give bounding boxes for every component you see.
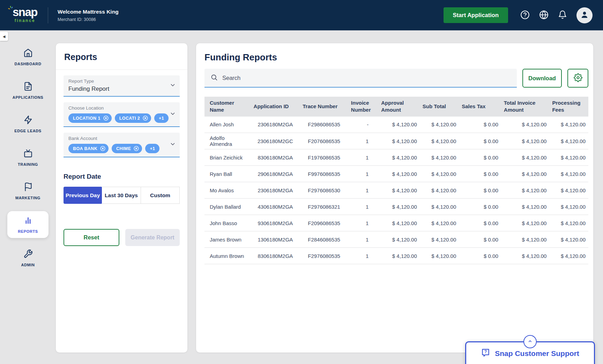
sidebar-item-marketing[interactable]: MARKETING <box>7 178 49 205</box>
circle-x-icon <box>133 146 139 151</box>
flag-icon <box>23 182 33 193</box>
column-header-application-id: Application ID <box>251 97 300 117</box>
table-cell: $ 4,120.00 <box>549 215 588 231</box>
table-cell: $ 4,120.00 <box>378 231 420 248</box>
notifications-button[interactable] <box>558 10 567 20</box>
column-header-approval-amount: Approval Amount <box>378 97 420 117</box>
table-cell: 8306180M2GA <box>251 149 300 166</box>
location-chip[interactable]: LOCATI 2 <box>115 113 151 123</box>
report-type-select[interactable]: Report Type Funding Report <box>64 75 180 97</box>
sidebar-item-reports[interactable]: REPORTS <box>7 211 49 238</box>
table-cell: 2906180M2GA <box>251 166 300 182</box>
sidebar-item-admin[interactable]: ADMIN <box>7 245 49 272</box>
sidebar-item-edge-leads[interactable]: EDGE LEADS <box>7 111 49 138</box>
table-row: Adolfo Almendra2306180M2GCF20760865351$ … <box>204 133 588 149</box>
chip-remove-button[interactable] <box>142 115 148 121</box>
table-cell: 1 <box>348 182 378 199</box>
sidebar-item-applications[interactable]: APPLICATIONS <box>7 77 49 104</box>
table-cell: $ 4,120.00 <box>501 149 550 166</box>
reset-button[interactable]: Reset <box>64 229 119 246</box>
table-cell: $ 4,120.00 <box>420 199 459 215</box>
customer-support-widget[interactable]: ? Snap Customer Support <box>465 341 595 364</box>
table-cell: Ryan Ball <box>204 166 251 182</box>
svg-text:?: ? <box>484 349 487 354</box>
chip-remove-button[interactable] <box>133 146 139 151</box>
location-overflow-badge[interactable]: +1 <box>154 113 169 123</box>
language-button[interactable] <box>539 10 549 20</box>
support-expand-button[interactable] <box>523 335 537 348</box>
table-cell: $ 4,120.00 <box>549 182 588 199</box>
chip-remove-button[interactable] <box>100 146 106 151</box>
sidebar-item-label: DASHBOARD <box>15 62 42 66</box>
table-cell: $ 4,120.00 <box>378 117 420 133</box>
circle-x-icon <box>142 115 148 121</box>
report-type-value: Funding Report <box>68 86 167 92</box>
table-cell: James Brown <box>204 231 251 248</box>
choose-location-select[interactable]: Choose Location LOCATION 1 LOCATI 2 <box>64 102 180 127</box>
bank-account-select[interactable]: Bank Account BOA BANK CHIME <box>64 133 180 157</box>
download-button[interactable]: Download <box>522 69 562 88</box>
table-cell: $ 4,120.00 <box>549 117 588 133</box>
tv-icon <box>23 149 33 159</box>
location-chip[interactable]: LOCATION 1 <box>68 113 112 123</box>
lightning-icon <box>23 115 33 126</box>
panel-title: Reports <box>56 43 187 69</box>
table-cell: $ 0.00 <box>459 248 501 264</box>
table-cell: $ 4,120.00 <box>549 149 588 166</box>
table-cell: $ 4,120.00 <box>378 199 420 215</box>
help-button[interactable] <box>520 10 530 20</box>
search-input[interactable] <box>222 75 511 81</box>
table-cell: 1 <box>348 248 378 264</box>
table-cell: 1 <box>348 166 378 182</box>
bank-chip[interactable]: CHIME <box>112 144 142 153</box>
welcome-title: Welcome Mattress King <box>58 9 119 15</box>
table-cell: $ 4,120.00 <box>420 248 459 264</box>
table-cell: $ 4,120.00 <box>420 117 459 133</box>
column-header-invoice-number: Invoice Number <box>348 97 378 117</box>
table-cell: $ 0.00 <box>459 133 501 149</box>
search-icon <box>210 74 218 82</box>
chevron-up-icon <box>527 339 533 345</box>
table-cell: $ 0.00 <box>459 231 501 248</box>
start-application-button[interactable]: Start Application <box>444 7 508 23</box>
table-cell: 2306180M2GA <box>251 182 300 199</box>
wrench-icon <box>23 249 33 260</box>
table-row: James Brown1306180M2GAF28460865351$ 4,12… <box>204 231 588 248</box>
table-cell: $ 4,120.00 <box>549 248 588 264</box>
date-option-last-30-days[interactable]: Last 30 Days <box>102 187 141 204</box>
table-row: Ryan Ball2906180M2GAF99760865351$ 4,120.… <box>204 166 588 182</box>
table-cell: $ 4,120.00 <box>501 182 550 199</box>
sidebar-collapse-button[interactable]: ◀ <box>0 32 8 41</box>
table-cell: 1 <box>348 199 378 215</box>
table-cell: John Basso <box>204 215 251 231</box>
date-option-previous-day[interactable]: Previous Day <box>64 187 102 204</box>
table-cell: Adolfo Almendra <box>204 133 251 149</box>
table-cell: F1976086535 <box>300 149 348 166</box>
table-row: Brian Zeichick8306180M2GAF19760865351$ 4… <box>204 149 588 166</box>
table-cell: Autumn Brown <box>204 248 251 264</box>
bank-chip[interactable]: BOA BANK <box>68 144 109 153</box>
sidebar-item-dashboard[interactable]: DASHBOARD <box>7 44 49 70</box>
table-row: Allen Josh2306180M2GAF2986086535-$ 4,120… <box>204 117 588 133</box>
table-cell: 1306180M2GA <box>251 231 300 248</box>
table-cell: $ 4,120.00 <box>549 133 588 149</box>
table-cell: $ 4,120.00 <box>420 166 459 182</box>
table-cell: F2986086535 <box>300 117 348 133</box>
column-header-processing-fees: Processing Fees <box>549 97 588 117</box>
table-cell: $ 4,120.00 <box>501 117 550 133</box>
table-cell: $ 0.00 <box>459 199 501 215</box>
account-avatar-button[interactable] <box>576 7 593 23</box>
table-cell: F2976086530 <box>300 182 348 199</box>
date-option-custom[interactable]: Custom <box>141 187 180 204</box>
sidebar-item-training[interactable]: TRAINING <box>7 144 49 171</box>
table-cell: 2306180M2GC <box>251 133 300 149</box>
funding-reports-table: Customer NameApplication IDTrace NumberI… <box>204 97 588 264</box>
search-box[interactable] <box>204 69 517 88</box>
merchant-welcome-block: Welcome Mattress King Merchant ID: 30086 <box>58 9 119 22</box>
reports-filter-panel: Reports Report Type Funding Report Choos… <box>56 43 187 352</box>
table-settings-button[interactable] <box>567 69 588 88</box>
chip-remove-button[interactable] <box>103 115 109 121</box>
generate-report-button[interactable]: Generate Report <box>125 229 180 246</box>
bank-overflow-badge[interactable]: +1 <box>145 144 159 153</box>
table-cell: $ 0.00 <box>459 149 501 166</box>
